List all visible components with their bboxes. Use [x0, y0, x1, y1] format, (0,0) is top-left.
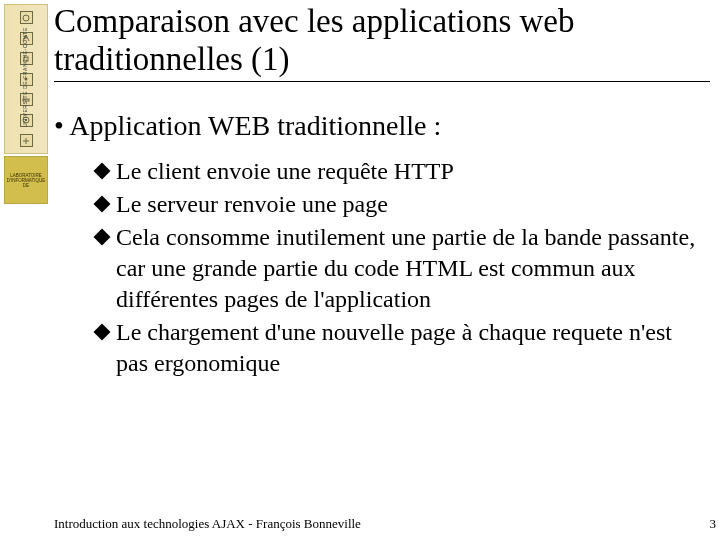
sub-bullet-text: Le client envoie une requête HTTP — [116, 156, 700, 187]
slide-footer: Introduction aux technologies AJAX - Fra… — [54, 516, 361, 532]
diamond-bullet-icon — [94, 196, 111, 213]
sub-bullet-list: Le client envoie une requête HTTP Le ser… — [96, 156, 700, 379]
diamond-bullet-icon — [94, 324, 111, 341]
title-underline — [54, 81, 710, 82]
sub-bullet-text: Le chargement d'une nouvelle page à chaq… — [116, 317, 700, 379]
list-item: Le serveur renvoie une page — [96, 189, 700, 220]
page-number: 3 — [710, 516, 717, 532]
logo-vertical-text: UNIVERSITE DE FRANCHE-COMTE — [22, 7, 28, 147]
list-item: Cela consomme inutilement une partie de … — [96, 222, 700, 315]
sub-bullet-text: Le serveur renvoie une page — [116, 189, 700, 220]
diamond-bullet-icon — [94, 229, 111, 246]
list-item: Le client envoie une requête HTTP — [96, 156, 700, 187]
slide-title: Comparaison avec les applications web tr… — [54, 2, 710, 78]
slide-body: Application WEB traditionnelle : Le clie… — [54, 110, 700, 381]
university-logo: UNIVERSITE DE FRANCHE-COMTE LABORATOIRE … — [4, 4, 48, 204]
logo-lab-text: LABORATOIRE D'INFORMATIQUE DE — [4, 156, 48, 204]
sub-bullet-text: Cela consomme inutilement une partie de … — [116, 222, 700, 315]
list-item: Le chargement d'une nouvelle page à chaq… — [96, 317, 700, 379]
slide: UNIVERSITE DE FRANCHE-COMTE LABORATOIRE … — [0, 0, 720, 540]
main-bullet: Application WEB traditionnelle : — [54, 110, 700, 142]
diamond-bullet-icon — [94, 163, 111, 180]
